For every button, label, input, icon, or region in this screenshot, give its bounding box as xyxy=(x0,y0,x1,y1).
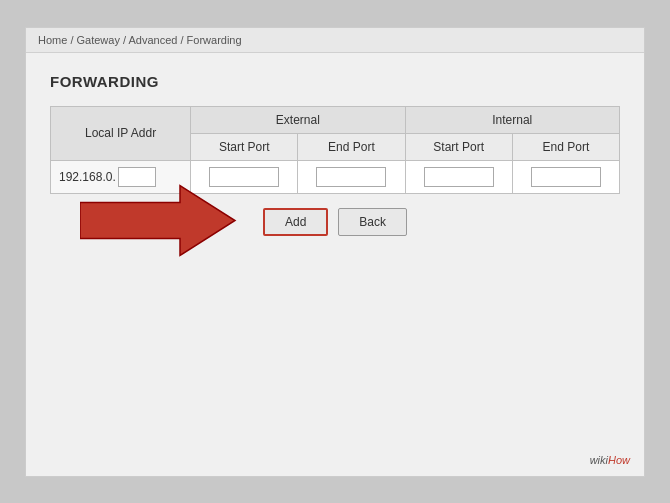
local-ip-display: 192.168.0. xyxy=(59,167,156,187)
ip-prefix: 192.168.0. xyxy=(59,170,116,184)
ext-end-input[interactable] xyxy=(316,167,386,187)
int-end-cell xyxy=(512,160,619,193)
page-container: Home / Gateway / Advanced / Forwarding F… xyxy=(25,27,645,477)
buttons-row: Add Back xyxy=(50,208,620,236)
breadcrumb: Home / Gateway / Advanced / Forwarding xyxy=(26,28,644,53)
table-row: 192.168.0. xyxy=(51,160,620,193)
group-internal-header: Internal xyxy=(405,106,619,133)
wiki-text: wiki xyxy=(590,454,608,466)
col-int-start-header: Start Port xyxy=(405,133,512,160)
content-area: FORWARDING Local IP Addr External Intern… xyxy=(26,53,644,256)
col-ext-start-header: Start Port xyxy=(191,133,298,160)
ext-end-cell xyxy=(298,160,405,193)
group-external-header: External xyxy=(191,106,405,133)
int-end-input[interactable] xyxy=(531,167,601,187)
svg-marker-0 xyxy=(80,185,235,255)
forwarding-table: Local IP Addr External Internal Start Po… xyxy=(50,106,620,194)
wikihow-badge: wikiHow xyxy=(590,454,630,466)
back-button[interactable]: Back xyxy=(338,208,407,236)
int-start-input[interactable] xyxy=(424,167,494,187)
col-local-ip-header: Local IP Addr xyxy=(51,106,191,160)
col-ext-end-header: End Port xyxy=(298,133,405,160)
ip-suffix-input[interactable] xyxy=(118,167,156,187)
section-title: FORWARDING xyxy=(50,73,620,90)
ext-start-input[interactable] xyxy=(209,167,279,187)
how-text: How xyxy=(608,454,630,466)
local-ip-cell: 192.168.0. xyxy=(51,160,191,193)
ext-start-cell xyxy=(191,160,298,193)
col-int-end-header: End Port xyxy=(512,133,619,160)
add-button[interactable]: Add xyxy=(263,208,328,236)
int-start-cell xyxy=(405,160,512,193)
svg-marker-1 xyxy=(80,185,235,255)
